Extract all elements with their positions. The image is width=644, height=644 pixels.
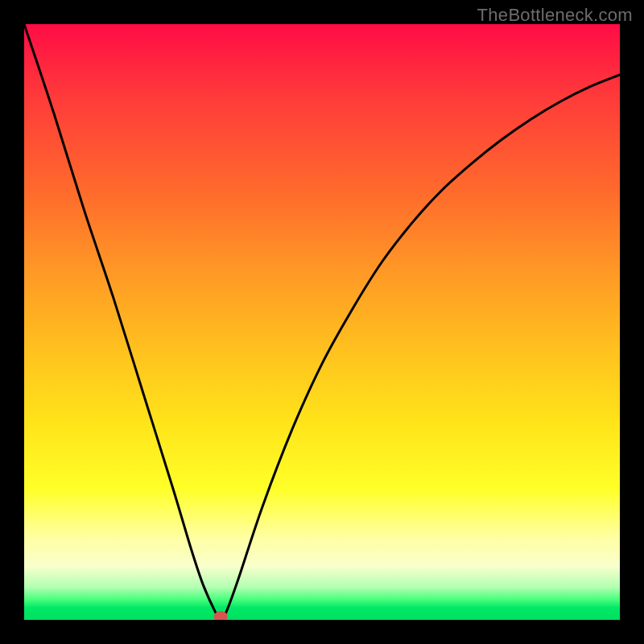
minimum-marker xyxy=(214,611,228,620)
bottleneck-curve xyxy=(24,24,620,620)
curve-overlay xyxy=(24,24,620,620)
plot-area xyxy=(24,24,620,620)
watermark-text: TheBottleneck.com xyxy=(477,5,633,26)
chart-frame: TheBottleneck.com xyxy=(0,0,644,644)
